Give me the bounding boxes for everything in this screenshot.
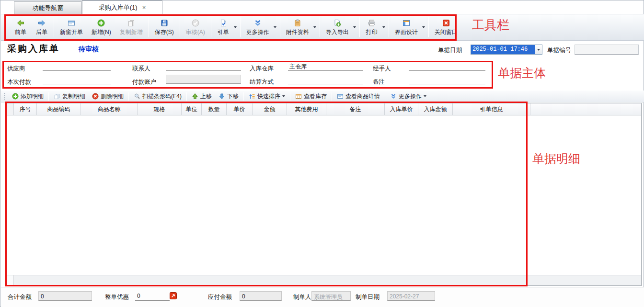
import-export-button[interactable]: 导入导出: [322, 17, 353, 38]
toolbar-separator: [240, 17, 241, 37]
remark-label: 备注: [373, 78, 385, 86]
close-window-button[interactable]: 关闭窗口: [430, 17, 462, 38]
more-actions-dropdown-icon[interactable]: [274, 26, 276, 28]
total-label: 合计金额: [8, 293, 32, 301]
save-icon: [160, 19, 169, 27]
arrow-down-icon: [218, 93, 225, 100]
tab-label: 功能导航窗: [33, 4, 64, 12]
grid-hscrollbar[interactable]: [7, 275, 641, 285]
annotation-body-label: 单据主体: [498, 65, 546, 81]
more-actions-button[interactable]: 更多操作: [242, 17, 274, 38]
tab-nav-window[interactable]: 功能导航窗: [14, 1, 82, 14]
attachments-dropdown-icon[interactable]: [313, 26, 316, 28]
toolbar-grip[interactable]: [4, 18, 6, 37]
ref-doc-button[interactable]: 引单: [213, 17, 234, 38]
quick-sort-label: 快速排序: [257, 92, 280, 101]
copy-detail-label: 复制明细: [62, 92, 85, 101]
app-window: × 功能导航窗 采购入库单(1) × 前单 后单 新窗开单 新增(N): [0, 0, 644, 307]
col-other-fee[interactable]: 其他费用: [287, 103, 326, 115]
next-doc-button[interactable]: 后单: [31, 17, 52, 38]
detail-more-dropdown-icon[interactable]: [424, 95, 426, 97]
add-detail-button[interactable]: 添加明细: [9, 91, 47, 102]
col-remark[interactable]: 备注: [326, 103, 385, 115]
tab-close-icon[interactable]: ×: [142, 4, 146, 11]
toolbar-separator: [211, 17, 211, 37]
view-stock-button[interactable]: 查看库存: [292, 91, 330, 102]
warehouse-input[interactable]: 主仓库: [288, 62, 363, 71]
print-dropdown-icon[interactable]: [382, 26, 385, 28]
col-in-amount[interactable]: 入库金额: [418, 103, 453, 115]
sort-icon: [249, 93, 255, 100]
doc-check-icon: [219, 19, 228, 27]
col-amount[interactable]: 金额: [253, 103, 287, 115]
contact-input[interactable]: [166, 62, 241, 71]
grid-hscroll-corner: [7, 275, 14, 285]
delete-detail-button[interactable]: 删除明细: [89, 91, 127, 102]
tab-purchase-inbound[interactable]: 采购入库单(1) ×: [82, 0, 162, 14]
footer-bar: 合计金额 0 整单优惠 0 应付金额 0 制单人 系统管理员 制单日期 2025…: [1, 287, 644, 307]
toolbar-separator: [389, 17, 389, 37]
col-unit[interactable]: 单位: [182, 103, 202, 115]
copy-new-button[interactable]: 复制新增: [115, 17, 147, 38]
payment-input[interactable]: [43, 75, 111, 84]
copy-detail-button[interactable]: 复制明细: [50, 91, 89, 102]
import-export-dropdown-icon[interactable]: [353, 26, 356, 28]
handler-input[interactable]: [409, 62, 485, 71]
move-down-label: 下移: [227, 92, 239, 101]
discount-input[interactable]: 0: [135, 291, 170, 301]
print-button[interactable]: 打印: [361, 17, 382, 38]
remark-input[interactable]: [409, 75, 485, 84]
col-spec[interactable]: 规格: [138, 103, 182, 115]
audit-button[interactable]: 审核(A): [182, 17, 209, 38]
detail-more-actions-button[interactable]: 更多操作: [387, 91, 430, 102]
supplier-input[interactable]: [43, 62, 111, 71]
detail-grid: 序号 商品编码 商品名称 规格 单位 数量 单价 金额 其他费用 备注 入库单价…: [7, 103, 642, 286]
col-ref-info[interactable]: 引单信息: [453, 103, 530, 115]
col-item-code[interactable]: 商品编码: [37, 103, 81, 115]
detail-toolbar-grip[interactable]: [4, 92, 6, 101]
settle-label: 结算方式: [250, 78, 274, 86]
handler-label: 经手人: [373, 65, 391, 73]
prev-doc-label: 前单: [15, 28, 26, 36]
copy-icon: [54, 93, 60, 100]
new-window-button[interactable]: 新窗开单: [56, 17, 87, 38]
scan-barcode-button[interactable]: 扫描条形码(F4): [130, 91, 185, 102]
ui-design-button[interactable]: 界面设计: [391, 17, 422, 38]
toolbar-separator: [180, 17, 180, 37]
save-button[interactable]: 保存(S): [150, 17, 178, 38]
doc-no-input[interactable]: [575, 45, 639, 55]
col-price[interactable]: 单价: [227, 103, 253, 115]
view-product-detail-button[interactable]: 查看商品详情: [334, 91, 383, 102]
detail-separator: [243, 92, 244, 101]
ref-doc-dropdown-icon[interactable]: [234, 26, 237, 28]
ui-design-dropdown-icon[interactable]: [422, 26, 425, 28]
check-circle-icon: [191, 19, 200, 27]
move-down-button[interactable]: 下移: [215, 91, 242, 102]
col-qty[interactable]: 数量: [202, 103, 227, 115]
col-seq[interactable]: 序号: [14, 103, 37, 115]
settle-input[interactable]: [288, 75, 363, 84]
detail-toolbar: 添加明细 复制明细 删除明细 扫描条形码(F4) 上移 下移 快速排序: [1, 91, 644, 102]
quick-sort-dropdown-icon[interactable]: [282, 95, 285, 97]
col-item-name[interactable]: 商品名称: [81, 103, 138, 115]
grid-empty-body[interactable]: [7, 115, 641, 275]
maker-value: 系统管理员: [311, 291, 351, 301]
row-selector-header: [7, 103, 14, 115]
quick-sort-button[interactable]: 快速排序: [245, 91, 288, 102]
toolbar-separator: [149, 17, 149, 37]
prev-doc-button[interactable]: 前单: [10, 17, 31, 38]
close-window-label: 关闭窗口: [435, 28, 458, 36]
col-in-price[interactable]: 入库单价: [385, 103, 418, 115]
account-input[interactable]: [166, 75, 241, 84]
discount-apply-button[interactable]: [170, 292, 177, 299]
view-stock-label: 查看库存: [304, 92, 327, 101]
move-up-button[interactable]: 上移: [188, 91, 215, 102]
plus-circle-icon: [12, 93, 19, 100]
doc-date-field[interactable]: 2025-01-01 17:46: [471, 45, 542, 55]
add-new-button[interactable]: 新增(N): [87, 17, 115, 38]
detail-more-actions-label: 更多操作: [399, 92, 422, 101]
attachments-button[interactable]: 附件资料: [282, 17, 313, 38]
doc-date-value: 2025-01-01 17:46: [471, 45, 535, 54]
doc-date-dropdown[interactable]: [535, 45, 542, 54]
printer-icon: [368, 19, 376, 27]
